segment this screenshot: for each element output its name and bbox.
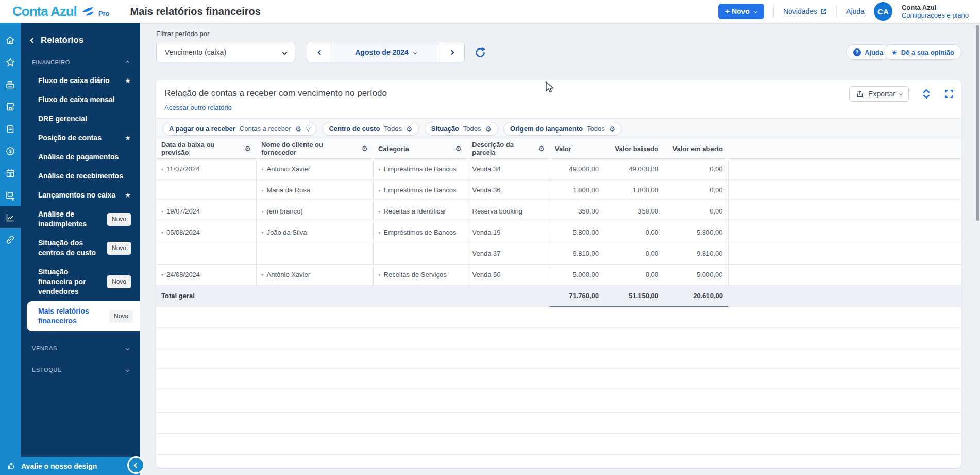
export-button[interactable]: Exportar xyxy=(849,86,909,102)
main-content: Filtrar período por Vencimento (caixa) A… xyxy=(140,23,980,475)
period-type-select[interactable]: Vencimento (caixa) xyxy=(156,42,295,62)
filter-caret-icon[interactable]: ▾ xyxy=(262,167,264,172)
filter-caret-icon[interactable]: ▾ xyxy=(379,231,381,235)
favorite-star-icon[interactable]: ★ xyxy=(125,133,131,143)
account-menu[interactable]: Conta Azul Configurações e plano xyxy=(902,4,969,19)
cell-nome xyxy=(256,243,373,264)
refresh-button[interactable] xyxy=(474,46,486,59)
sidebar-item-mais-relatorios-financeiros[interactable]: Mais relatórios financeirosNovo xyxy=(27,301,140,331)
filter-caret-icon[interactable]: ▾ xyxy=(161,231,163,235)
home-icon[interactable] xyxy=(0,29,21,51)
sidebar-item-fluxo-de-caixa-mensal[interactable]: Fluxo de caixa mensal xyxy=(21,90,140,109)
link-icon[interactable] xyxy=(0,228,21,251)
empty-cell xyxy=(156,454,961,468)
chip-settings-icon[interactable]: ⚙ xyxy=(485,125,492,133)
section-financeiro[interactable]: FINANCEIRO xyxy=(21,54,140,71)
scrollbar-thumb[interactable] xyxy=(976,25,979,221)
filter-caret-icon[interactable]: ▾ xyxy=(161,167,163,172)
chip-settings-icon[interactable]: ⚙ xyxy=(609,125,616,133)
filter-chip-centro-de-custo[interactable]: Centro de custoTodos⚙ xyxy=(322,122,419,136)
calendar-dollar-icon[interactable]: $ xyxy=(0,162,21,184)
sidebar-item-situacao-financeira-por-vendedores[interactable]: Situação financeira por vendedoresNovo xyxy=(21,263,140,301)
column-settings-icon[interactable]: ⚙ xyxy=(361,144,368,153)
chevron-left-icon xyxy=(30,38,36,43)
previous-month-button[interactable] xyxy=(307,42,333,62)
ajuda-link[interactable]: Ajuda xyxy=(846,7,865,15)
month-selector[interactable]: Agosto de 2024 xyxy=(333,42,438,62)
filter-caret-icon[interactable]: ▾ xyxy=(379,167,381,172)
section-estoque[interactable]: ESTOQUE xyxy=(21,361,140,379)
filter-caret-icon[interactable]: ▾ xyxy=(262,231,264,235)
star-icon[interactable] xyxy=(0,51,21,73)
cell-aberto: 0,00 xyxy=(664,201,728,222)
novo-button[interactable]: + Novo xyxy=(718,4,764,19)
month-label: Agosto de 2024 xyxy=(355,48,408,56)
sidebar-back-header[interactable]: Relatórios xyxy=(21,23,140,54)
section-vendas[interactable]: VENDAS xyxy=(21,339,140,357)
chart-line-icon[interactable] xyxy=(0,206,21,228)
expand-fullscreen-button[interactable] xyxy=(944,89,954,99)
chip-settings-icon[interactable]: ⚙ xyxy=(295,125,302,133)
chip-funnel-icon[interactable]: ▽ xyxy=(306,125,310,133)
star-icon: ★ xyxy=(891,48,898,56)
dollar-circle-icon[interactable]: $ xyxy=(0,140,21,162)
account-settings-link[interactable]: Configurações e plano xyxy=(902,11,969,19)
store-icon[interactable] xyxy=(0,95,21,118)
chevron-down-icon xyxy=(126,368,129,371)
other-report-link[interactable]: Acessar outro relatório xyxy=(164,104,232,111)
avatar[interactable]: CA xyxy=(874,2,892,21)
novo-badge: Novo xyxy=(107,242,131,255)
filter-caret-icon[interactable]: ▾ xyxy=(379,273,381,277)
filter-caret-icon[interactable]: ▾ xyxy=(262,209,264,214)
clipboard-icon[interactable] xyxy=(0,118,21,140)
cell-nome: ▾Maria da Rosa xyxy=(256,179,373,201)
sidebar-collapse-button[interactable] xyxy=(127,456,145,474)
col-header-descricao: Descrição da parcela⚙ xyxy=(467,139,550,158)
sidebar-item-situacao-dos-centros-de-custo[interactable]: Situação dos centros de custoNovo xyxy=(21,234,140,263)
feedback-button[interactable]: ★ Dê a sua opinião xyxy=(884,44,961,60)
column-settings-icon[interactable]: ⚙ xyxy=(538,144,545,153)
filter-caret-icon[interactable]: ▾ xyxy=(379,209,381,214)
sidebar-item-label: Lançamentos no caixa xyxy=(38,190,121,200)
filter-chip-origem-do-lancamento[interactable]: Origem do lançamentoTodos⚙ xyxy=(503,122,622,136)
logo-pro-badge: Pro xyxy=(98,10,110,18)
cell-categoria: ▾Empréstimos de Bancos xyxy=(373,222,467,243)
favorite-star-icon[interactable]: ★ xyxy=(125,76,131,86)
empty-row xyxy=(156,433,961,454)
sidebar-item-label: Fluxo de caixa mensal xyxy=(38,95,131,105)
svg-text:$: $ xyxy=(9,149,11,154)
novidades-link[interactable]: Novidades xyxy=(783,7,827,15)
favorite-star-icon[interactable]: ★ xyxy=(125,190,131,200)
conta-azul-logo[interactable]: Conta Azul Pro xyxy=(12,5,109,18)
filter-caret-icon[interactable]: ▾ xyxy=(379,188,381,193)
filter-chip-a-pagar-ou-a-receber[interactable]: A pagar ou a receberContas a receber⚙▽ xyxy=(162,122,317,136)
cart-icon[interactable] xyxy=(0,184,21,206)
column-settings-icon[interactable]: ⚙ xyxy=(455,144,462,153)
novo-badge: Novo xyxy=(107,213,131,226)
sidebar-item-analise-de-recebimentos[interactable]: Análise de recebimentos xyxy=(21,167,140,186)
filter-caret-icon[interactable]: ▾ xyxy=(161,209,163,214)
sidebar-item-analise-de-pagamentos[interactable]: Análise de pagamentos xyxy=(21,148,140,167)
filter-caret-icon[interactable]: ▾ xyxy=(262,273,264,277)
chip-settings-icon[interactable]: ⚙ xyxy=(406,125,413,133)
filter-chip-situacao[interactable]: SituaçãoTodos⚙ xyxy=(425,122,498,136)
sidebar-item-dre-gerencial[interactable]: DRE gerencial xyxy=(21,109,140,128)
refresh-icon xyxy=(474,46,486,59)
sidebar-item-fluxo-de-caixa-diario[interactable]: Fluxo de caixa diário★ xyxy=(21,71,140,90)
sidebar-item-label: Posição de contas xyxy=(38,133,121,143)
sidebar-item-analise-de-inadimplentes[interactable]: Análise de inadimplentesNovo xyxy=(21,205,140,234)
sidebar-item-lancamentos-no-caixa[interactable]: Lançamentos no caixa★ xyxy=(21,186,140,205)
sidebar-item-posicao-de-contas[interactable]: Posição de contas★ xyxy=(21,128,140,148)
sidebar-item-label: Análise de inadimplentes xyxy=(38,209,103,229)
swap-sort-button[interactable] xyxy=(921,89,932,99)
help-button-label: Ajuda xyxy=(865,48,883,56)
cash-register-icon[interactable] xyxy=(0,73,21,95)
next-month-button[interactable] xyxy=(438,42,464,62)
column-settings-icon[interactable]: ⚙ xyxy=(244,144,251,153)
filter-caret-icon[interactable]: ▾ xyxy=(262,188,264,193)
filter-chips: A pagar ou a receberContas a receber⚙▽Ce… xyxy=(156,118,961,139)
filter-caret-icon[interactable]: ▾ xyxy=(161,273,163,277)
design-feedback-bar[interactable]: Avalie o nosso design xyxy=(0,457,140,475)
chip-label: Situação xyxy=(431,125,459,133)
report-card: Relação de contas a receber com vencimen… xyxy=(156,80,961,468)
